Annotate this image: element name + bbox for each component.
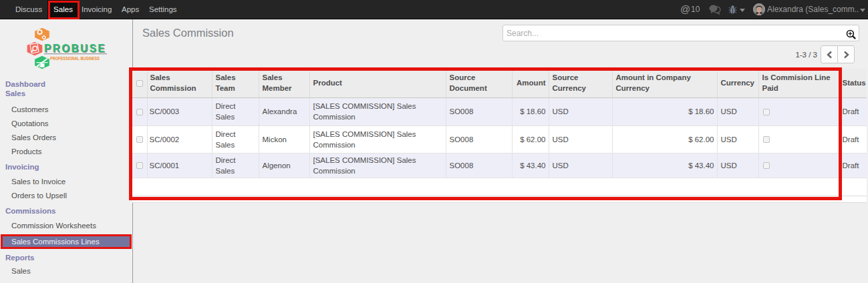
svg-text:PROBUSE: PROBUSE [44, 43, 106, 54]
svg-text:PROFESSIONAL BUSINESS: PROFESSIONAL BUSINESS [50, 55, 100, 61]
